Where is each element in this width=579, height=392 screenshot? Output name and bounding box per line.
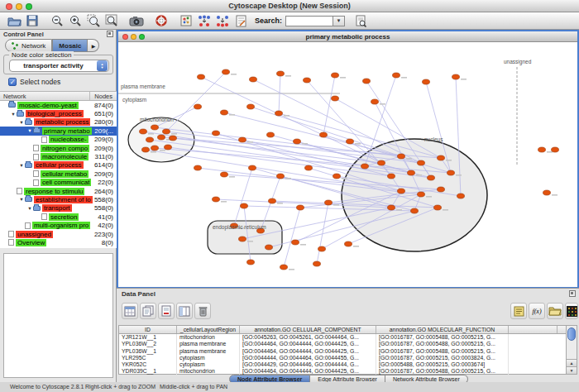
tree-row[interactable]: ▼establishment of lo558(0)	[0, 195, 117, 203]
tree-expander-icon[interactable]: ▼	[26, 128, 33, 133]
tree-expander-icon[interactable]: ▼	[26, 206, 33, 211]
tab-mosaic[interactable]: Mosaic	[52, 39, 88, 52]
network-node[interactable]	[318, 246, 326, 251]
create-attribute-icon[interactable]	[140, 303, 156, 319]
network-node[interactable]	[325, 200, 333, 205]
table-column-header[interactable]: annotation.GO CELLULAR_COMPONENT	[240, 326, 376, 333]
network-node[interactable]	[320, 132, 328, 137]
network-node[interactable]	[438, 155, 445, 160]
attribute-notepad-icon[interactable]	[510, 303, 527, 319]
network-node[interactable]	[371, 99, 379, 104]
network-node[interactable]	[294, 139, 301, 144]
network-node[interactable]	[213, 131, 220, 136]
network-node[interactable]	[249, 165, 256, 170]
tree-expander-icon[interactable]: ▼	[18, 163, 25, 168]
table-row[interactable]: YLR295Ccytoplasm[GO:0044444, GO:0044464,…	[119, 355, 572, 361]
network-node[interactable]	[142, 147, 150, 152]
birds-eye-view[interactable]	[3, 253, 113, 378]
network-node[interactable]	[280, 265, 288, 270]
network-node[interactable]	[194, 165, 202, 170]
network-node[interactable]	[408, 170, 415, 175]
table-column-header[interactable]: _cellularLayoutRegion	[177, 326, 240, 333]
network-node[interactable]	[292, 240, 299, 245]
network-node[interactable]	[213, 197, 220, 202]
annotations-icon[interactable]	[232, 13, 250, 29]
network-node[interactable]	[398, 189, 405, 194]
table-column-header[interactable]	[509, 326, 557, 333]
network-node[interactable]	[388, 205, 395, 210]
network-node[interactable]	[170, 136, 177, 141]
network-edge[interactable]	[201, 77, 381, 163]
network-node[interactable]	[266, 245, 273, 250]
network-node[interactable]	[269, 198, 276, 203]
network-node[interactable]	[543, 190, 551, 195]
network-overview-icon[interactable]	[177, 13, 195, 29]
table-column-header[interactable]: ID	[119, 326, 177, 333]
network-node[interactable]	[552, 147, 559, 152]
network-node[interactable]	[241, 203, 248, 208]
network-node[interactable]	[267, 132, 275, 137]
network-node[interactable]	[277, 174, 285, 179]
network-node[interactable]	[140, 129, 147, 134]
network-node[interactable]	[438, 187, 445, 192]
network-edge[interactable]	[323, 75, 335, 135]
network-node[interactable]	[345, 241, 352, 246]
advanced-search-icon[interactable]	[352, 13, 370, 29]
search-input[interactable]	[285, 16, 333, 26]
zoom-in-icon[interactable]	[66, 13, 84, 29]
network-canvas[interactable]: plasma membranecytoplasmmitochondrionnuc…	[118, 42, 577, 287]
network-node[interactable]	[198, 74, 205, 79]
tree-expander-icon[interactable]: ▼	[10, 112, 17, 117]
apply-layout-icon[interactable]	[195, 13, 213, 29]
zoom-fit-icon[interactable]	[103, 13, 121, 29]
select-nodes-checkbox[interactable]: ✓	[8, 78, 17, 86]
network-node[interactable]	[146, 137, 154, 142]
network-node[interactable]	[423, 79, 430, 84]
select-attributes-icon[interactable]	[122, 303, 138, 319]
tree-row[interactable]: cell communicat22(0)	[0, 179, 117, 187]
network-node[interactable]	[239, 237, 246, 241]
scrollbar-thumb[interactable]	[567, 327, 576, 341]
tab-network[interactable]: Network	[5, 39, 52, 52]
tree-row[interactable]: mosaic-demo-yeast874(0)	[0, 101, 117, 109]
tree-row[interactable]: unassigned223(0)	[0, 230, 117, 238]
network-node[interactable]	[393, 73, 400, 78]
tab-overflow-button[interactable]: ▶	[88, 39, 99, 52]
tree-row[interactable]: secretion41(0)	[0, 213, 117, 221]
network-node[interactable]	[388, 174, 395, 179]
network-node[interactable]	[194, 104, 202, 109]
tree-row[interactable]: ▼transport558(0)	[0, 204, 117, 213]
network-node[interactable]	[418, 192, 425, 197]
table-row[interactable]: YJR121W__1mitochondrion[GO:0045263, GO:0…	[119, 334, 572, 341]
tree-row[interactable]: ▼metabolic process280(0)	[0, 118, 117, 127]
node-color-dropdown[interactable]: transporter activity ▲▼	[9, 60, 109, 72]
network-node[interactable]	[434, 205, 442, 210]
network-node[interactable]	[151, 146, 159, 151]
network-node[interactable]	[158, 135, 165, 140]
attribute-columns-icon[interactable]	[176, 303, 193, 319]
tree-expander-icon[interactable]: ▼	[18, 197, 25, 202]
scroll-up-icon[interactable]: ▲	[567, 359, 577, 366]
table-scrollbar[interactable]: ▲ ▼	[566, 325, 577, 375]
import-attributes-icon[interactable]	[547, 303, 563, 319]
network-node[interactable]	[447, 170, 455, 175]
attribute-table-header[interactable]: ID_cellularLayoutRegionannotation.GO CEL…	[119, 326, 572, 334]
network-node[interactable]	[452, 74, 460, 79]
network-node[interactable]	[378, 160, 385, 165]
snapshot-camera-icon[interactable]	[127, 13, 146, 29]
help-lifering-icon[interactable]	[152, 13, 170, 29]
save-session-button[interactable]	[23, 13, 41, 29]
function-builder-icon[interactable]: f(x)	[529, 303, 545, 319]
network-node[interactable]	[361, 164, 369, 169]
network-node[interactable]	[411, 208, 419, 213]
table-row[interactable]: YPL036W__1plasma membrane[GO:0044464, GO…	[119, 348, 572, 355]
zoom-selected-icon[interactable]	[84, 13, 103, 29]
network-node[interactable]	[332, 73, 339, 78]
network-node[interactable]	[398, 154, 405, 159]
tree-expander-icon[interactable]: ▼	[18, 120, 25, 125]
network-node[interactable]	[297, 205, 304, 210]
network-node[interactable]	[347, 139, 354, 144]
delete-attribute-icon[interactable]	[158, 303, 175, 319]
network-edge[interactable]	[166, 72, 226, 131]
tree-row[interactable]: multi-organism pro42(0)	[0, 221, 117, 229]
